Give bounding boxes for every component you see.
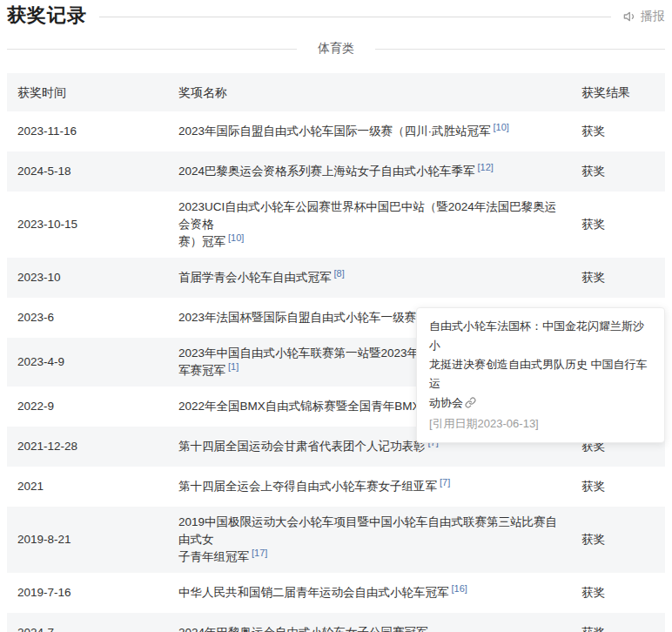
broadcast-button[interactable]: 播报	[623, 9, 665, 24]
award-result: 获奖	[571, 613, 665, 632]
award-time: 2023-11-16	[7, 111, 168, 151]
award-result: 获奖	[571, 258, 665, 298]
award-time: 2022-9	[7, 387, 168, 427]
award-time: 2024-7	[7, 613, 168, 632]
table-row: 2019-8-21 2019中国极限运动大会小轮车项目暨中国小轮车自由式联赛第三…	[7, 507, 665, 573]
award-name: 第十四届全国运动会甘肃省代表团个人记功表彰	[178, 440, 426, 453]
external-link-icon[interactable]	[465, 398, 476, 411]
section-header: 获奖记录 播报	[0, 0, 672, 28]
award-result: 获奖	[571, 467, 665, 507]
reference-link[interactable]: [1]	[228, 361, 239, 372]
award-time: 2019-8-21	[7, 507, 168, 573]
reference-link[interactable]: [7]	[440, 477, 450, 487]
reference-link[interactable]: [10]	[228, 232, 244, 243]
award-name: 中华人民共和国销二届青年运动会自由式小轮车冠军	[178, 586, 449, 599]
reference-link[interactable]: [17]	[252, 548, 267, 558]
citation-title: 自由式小轮车法国杯：中国金花闪耀兰斯沙小 龙挺进决赛创造自由式男队历史 中国自行…	[429, 319, 648, 409]
award-result: 获奖	[571, 111, 665, 151]
award-result: 获奖	[571, 151, 665, 192]
award-name: 2024巴黎奥运会资格系列赛上海站女子自由式小轮车季军	[178, 165, 475, 178]
award-name: 2023年中国自由式小轮车联赛第一站暨2023年全 军赛冠军	[178, 346, 431, 377]
category-line-right	[375, 49, 665, 50]
table-row: 2023-10 首届学青会小轮车自由式冠军[8] 获奖	[7, 258, 665, 298]
award-result: 获奖	[571, 573, 665, 613]
award-time: 2021-12-28	[7, 427, 168, 467]
title-divider	[99, 17, 611, 17]
award-name: 第十四届全运会上夺得自由式小轮车赛女子组亚军	[178, 480, 437, 493]
citation-date: [引用日期2023-06-13]	[429, 414, 652, 434]
reference-link[interactable]: [16]	[452, 583, 467, 594]
award-name: 2022年全国BMX自由式锦标赛暨全国青年BMX自	[178, 400, 432, 413]
category-divider: 体育类	[7, 40, 665, 57]
award-name: 2019中国极限运动大会小轮车项目暨中国小轮车自由式联赛第三站比赛自由式女 子青…	[178, 515, 557, 563]
award-result: 获奖	[571, 507, 665, 573]
award-name: 2024年巴黎奥运会自由式小轮车女子公园赛冠军	[178, 626, 428, 632]
award-time: 2021	[7, 467, 168, 507]
award-time: 2023-10	[7, 258, 168, 298]
category-line-left	[7, 49, 297, 50]
table-row: 2019-7-16 中华人民共和国销二届青年运动会自由式小轮车冠军[16] 获奖	[7, 573, 665, 613]
award-name: 2023年国际自盟自由式小轮车国际一级赛（四川·武胜站冠军	[178, 124, 491, 138]
table-row: 2023-11-16 2023年国际自盟自由式小轮车国际一级赛（四川·武胜站冠军…	[7, 111, 665, 151]
category-label: 体育类	[318, 41, 354, 57]
award-name: 首届学青会小轮车自由式冠军	[178, 271, 332, 284]
broadcast-label: 播报	[641, 9, 665, 24]
header-award-name: 奖项名称	[168, 73, 571, 111]
award-name: 2023年法国杯暨国际自盟自由式小轮车一级赛冠军	[178, 311, 440, 324]
header-award-result: 获奖结果	[571, 73, 665, 111]
award-time: 2019-7-16	[7, 573, 168, 613]
reference-link[interactable]: [8]	[334, 268, 345, 279]
award-time: 2023-6	[7, 298, 168, 338]
award-time: 2024-5-18	[7, 151, 168, 192]
speaker-icon	[623, 10, 637, 24]
award-time: 2023-10-15	[7, 192, 168, 258]
table-row: 2024-7 2024年巴黎奥运会自由式小轮车女子公园赛冠军 获奖	[7, 613, 665, 632]
header-award-time: 获奖时间	[7, 73, 168, 111]
table-row: 2023-10-15 2023UCI自由式小轮车公园赛世界杯中国巴中站（暨202…	[7, 192, 665, 258]
reference-link[interactable]: [12]	[478, 162, 494, 172]
award-result: 获奖	[571, 192, 665, 258]
reference-link[interactable]: [10]	[494, 122, 509, 132]
table-row: 2021 第十四届全运会上夺得自由式小轮车赛女子组亚军[7] 获奖	[7, 467, 665, 507]
reference-tooltip: 自由式小轮车法国杯：中国金花闪耀兰斯沙小 龙挺进决赛创造自由式男队历史 中国自行…	[416, 307, 665, 443]
table-header-row: 获奖时间 奖项名称 获奖结果	[7, 73, 665, 111]
award-time: 2023-4-9	[7, 338, 168, 387]
page-title: 获奖记录	[7, 3, 87, 29]
table-row: 2024-5-18 2024巴黎奥运会资格系列赛上海站女子自由式小轮车季军[12…	[7, 151, 665, 192]
